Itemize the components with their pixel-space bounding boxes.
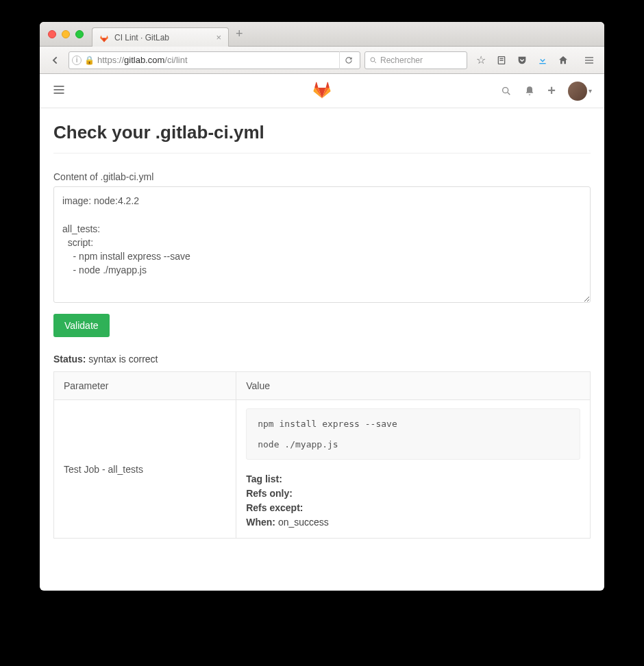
gitlab-header: + ▾ — [40, 74, 604, 108]
result-table: Parameter Value Test Job - all_tests npm… — [53, 371, 591, 539]
header-value: Value — [236, 372, 591, 400]
home-icon[interactable] — [554, 51, 573, 70]
reading-list-icon[interactable] — [492, 51, 511, 70]
gitlab-logo-icon[interactable] — [312, 80, 332, 102]
toolbar-icons: ☆ — [471, 51, 599, 70]
downloads-icon[interactable] — [533, 51, 552, 70]
gitlab-favicon-icon — [99, 33, 109, 42]
window-titlebar: CI Lint · GitLab × + — [40, 22, 604, 47]
refresh-button[interactable] — [339, 51, 357, 69]
status-label: Status: — [53, 354, 86, 365]
window-minimize-button[interactable] — [62, 30, 70, 38]
browser-window: CI Lint · GitLab × + i 🔒 https://gitlab.… — [40, 22, 604, 591]
table-header-row: Parameter Value — [54, 372, 591, 400]
browser-tab[interactable]: CI Lint · GitLab × — [92, 27, 229, 47]
svg-rect-7 — [585, 60, 593, 60]
notifications-icon[interactable] — [524, 86, 535, 97]
script-block: npm install express --save node ./myapp.… — [246, 408, 580, 460]
refs-except-line: Refs except: — [246, 501, 580, 515]
url-path: /ci/lint — [164, 55, 187, 65]
url-text: https://gitlab.com/ci/lint — [97, 55, 336, 65]
back-button[interactable] — [45, 51, 64, 70]
address-bar[interactable]: i 🔒 https://gitlab.com/ci/lint — [69, 51, 360, 69]
svg-line-13 — [508, 92, 510, 95]
page-title: Check your .gitlab-ci.yml — [53, 122, 591, 153]
svg-line-1 — [375, 61, 377, 63]
refs-only-line: Refs only: — [246, 486, 580, 501]
svg-rect-9 — [54, 86, 64, 87]
svg-rect-5 — [539, 63, 545, 64]
window-maximize-button[interactable] — [75, 30, 84, 38]
search-bar[interactable]: Rechercher — [364, 51, 467, 69]
url-protocol: https:// — [97, 55, 124, 65]
validate-button[interactable]: Validate — [53, 314, 110, 337]
tag-list-line: Tag list: — [246, 472, 580, 486]
content-label: Content of .gitlab-ci.yml — [53, 171, 591, 182]
search-icon[interactable] — [501, 86, 512, 97]
site-info-icon[interactable]: i — [72, 56, 82, 65]
chevron-down-icon: ▾ — [589, 87, 592, 95]
table-row: Test Job - all_tests npm install express… — [54, 400, 591, 539]
url-host: gitlab.com — [124, 55, 164, 65]
status-value: syntax is correct — [88, 354, 158, 365]
avatar — [568, 82, 587, 101]
svg-rect-11 — [54, 92, 64, 94]
pocket-icon[interactable] — [512, 51, 532, 70]
ci-yml-textarea[interactable] — [53, 186, 591, 303]
browser-toolbar: i 🔒 https://gitlab.com/ci/lint Recherche… — [40, 47, 604, 74]
new-tab-button[interactable]: + — [229, 27, 250, 41]
window-close-button[interactable] — [48, 30, 56, 38]
svg-rect-6 — [585, 57, 593, 58]
tab-title: CI Lint · GitLab — [114, 33, 169, 42]
traffic-lights — [40, 30, 92, 38]
header-parameter: Parameter — [54, 372, 236, 400]
svg-point-0 — [371, 58, 375, 62]
new-item-icon[interactable]: + — [547, 83, 556, 99]
user-menu[interactable]: ▾ — [568, 82, 592, 101]
bookmark-star-icon[interactable]: ☆ — [471, 51, 491, 70]
when-line: When: on_success — [246, 515, 580, 530]
svg-rect-10 — [54, 89, 64, 90]
sidebar-toggle-button[interactable] — [52, 83, 66, 99]
tab-close-icon[interactable]: × — [216, 32, 221, 42]
svg-point-12 — [503, 87, 508, 92]
lock-icon: 🔒 — [84, 56, 95, 65]
value-cell: npm install express --save node ./myapp.… — [236, 400, 591, 539]
page-content: Check your .gitlab-ci.yml Content of .gi… — [40, 108, 604, 591]
tab-strip: CI Lint · GitLab × + — [92, 22, 604, 46]
param-cell: Test Job - all_tests — [54, 400, 236, 539]
search-placeholder: Rechercher — [380, 56, 423, 65]
svg-rect-8 — [585, 62, 593, 63]
status-line: Status: syntax is correct — [53, 354, 591, 365]
menu-icon[interactable] — [580, 51, 599, 70]
